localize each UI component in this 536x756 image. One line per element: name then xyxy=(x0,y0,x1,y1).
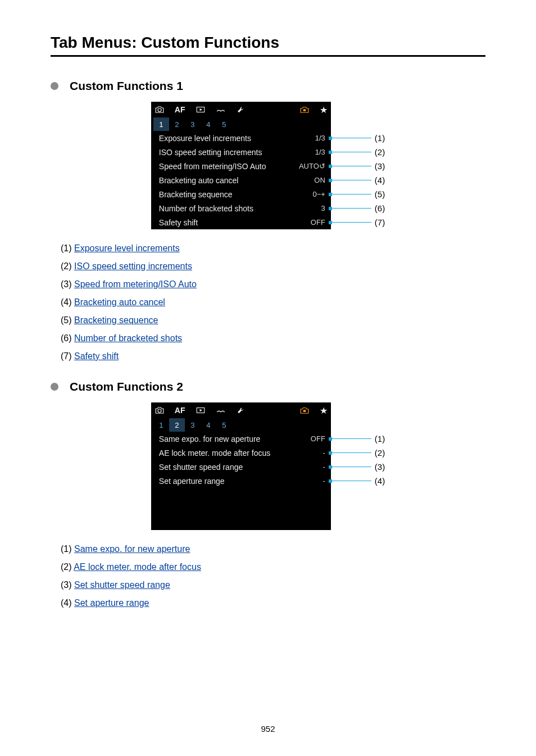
callout-number: (4) xyxy=(375,175,385,185)
reference-link[interactable]: Set aperture range xyxy=(74,598,149,608)
reference-link-row: (3) Set shutter speed range xyxy=(61,576,485,594)
callout: (6) xyxy=(331,201,385,215)
leader-line xyxy=(331,166,371,166)
reference-link-row: (5) Bracketing sequence xyxy=(61,311,485,329)
reference-link[interactable]: Exposure level increments xyxy=(74,243,180,253)
tab-mymenu-icon[interactable]: ★ xyxy=(320,402,328,418)
tab-custom-functions-icon[interactable] xyxy=(299,102,310,117)
callout-number: (3) xyxy=(375,462,385,472)
camera-menu-screen: AF ★ 12345 Exposure level increments 1/3… xyxy=(151,102,331,229)
reference-link[interactable]: Bracketing sequence xyxy=(74,315,158,325)
reference-link-row: (3) Speed from metering/ISO Auto xyxy=(61,275,485,293)
menu-row-value: 3 xyxy=(321,204,325,212)
tab-mymenu-icon[interactable]: ★ xyxy=(320,102,328,117)
subtab-3[interactable]: 3 xyxy=(185,117,201,131)
callout: (7) xyxy=(331,215,385,229)
menu-row[interactable]: AE lock meter. mode after focus - xyxy=(151,446,331,460)
menu-row[interactable]: Bracketing auto cancel ON xyxy=(151,173,331,187)
leader-line xyxy=(331,481,371,481)
subtab-5[interactable]: 5 xyxy=(216,418,232,432)
tab-playback-icon[interactable] xyxy=(196,402,206,418)
page-title: Tab Menus: Custom Functions xyxy=(51,34,485,57)
tab-af[interactable]: AF xyxy=(175,402,185,418)
reference-link[interactable]: Number of bracketed shots xyxy=(74,333,182,343)
menu-row[interactable]: ISO speed setting increments 1/3 xyxy=(151,145,331,159)
menu-row-value: 1/3 xyxy=(315,148,325,156)
figure: AF ★ 12345 Exposure level increments 1/3… xyxy=(151,102,385,229)
menu-row[interactable]: Bracketing sequence 0−+ xyxy=(151,187,331,201)
svg-marker-6 xyxy=(199,409,202,412)
tab-network-icon[interactable] xyxy=(216,102,226,117)
menu-row-value: AUTO↺ xyxy=(299,162,325,170)
bullet-icon xyxy=(51,82,58,90)
subtab-1[interactable]: 1 xyxy=(153,117,169,131)
svg-rect-3 xyxy=(303,109,306,111)
reference-link-row: (1) Exposure level increments xyxy=(61,239,485,257)
callout-number: (6) xyxy=(375,203,385,213)
figure: AF ★ 12345 Same expo. for new aperture O… xyxy=(151,402,385,530)
reference-link[interactable]: AE lock meter. mode after focus xyxy=(74,562,201,572)
menu-row-value: OFF xyxy=(311,218,325,227)
tab-af[interactable]: AF xyxy=(175,102,185,117)
menu-row-value: ON xyxy=(314,176,325,184)
menu-list: Exposure level increments 1/3 ISO speed … xyxy=(151,131,331,229)
menu-sub-tabs: 12345 xyxy=(151,418,331,432)
menu-row-label: Safety shift xyxy=(159,218,198,227)
subtab-4[interactable]: 4 xyxy=(201,117,216,131)
reference-num: (1) xyxy=(61,544,72,554)
page-number: 952 xyxy=(0,724,536,734)
leader-line xyxy=(331,452,371,453)
tab-custom-functions-icon[interactable] xyxy=(299,402,310,418)
callout-number: (3) xyxy=(375,161,385,171)
section-header: Custom Functions 1 xyxy=(51,79,485,93)
camera-menu-screen: AF ★ 12345 Same expo. for new aperture O… xyxy=(151,402,331,530)
menu-row[interactable]: Safety shift OFF xyxy=(151,215,331,229)
reference-num: (6) xyxy=(61,333,72,343)
reference-num: (5) xyxy=(61,315,72,325)
callout-number: (2) xyxy=(375,448,385,458)
reference-link[interactable]: Set shutter speed range xyxy=(74,580,170,590)
subtab-4[interactable]: 4 xyxy=(201,418,216,432)
menu-row-empty xyxy=(151,502,331,516)
tab-network-icon[interactable] xyxy=(216,402,226,418)
menu-list: Same expo. for new aperture OFF AE lock … xyxy=(151,432,331,530)
tab-shoot-icon[interactable] xyxy=(155,102,165,117)
menu-row[interactable]: Set shutter speed range - xyxy=(151,460,331,474)
subtab-3[interactable]: 3 xyxy=(185,418,201,432)
callout: (3) xyxy=(331,460,385,474)
menu-row[interactable]: Speed from metering/ISO Auto AUTO↺ xyxy=(151,159,331,173)
reference-link[interactable]: Speed from metering/ISO Auto xyxy=(74,279,197,289)
menu-row[interactable]: Exposure level increments 1/3 xyxy=(151,131,331,145)
tab-setup-icon[interactable] xyxy=(236,402,246,418)
subtab-1[interactable]: 1 xyxy=(153,418,169,432)
reference-link[interactable]: Same expo. for new aperture xyxy=(74,544,190,554)
subtab-2[interactable]: 2 xyxy=(169,418,185,432)
menu-row-label: Speed from metering/ISO Auto xyxy=(159,162,266,171)
reference-link-row: (4) Bracketing auto cancel xyxy=(61,293,485,311)
subtab-2[interactable]: 2 xyxy=(169,117,185,131)
tab-playback-icon[interactable] xyxy=(196,102,206,117)
reference-num: (3) xyxy=(61,580,72,590)
tab-setup-icon[interactable] xyxy=(236,102,246,117)
reference-links: (1) Same expo. for new aperture(2) AE lo… xyxy=(61,540,485,612)
reference-links: (1) Exposure level increments(2) ISO spe… xyxy=(61,239,485,365)
subtab-5[interactable]: 5 xyxy=(216,117,232,131)
reference-link[interactable]: Safety shift xyxy=(74,351,119,361)
callout-number: (4) xyxy=(375,476,385,486)
reference-link-row: (2) AE lock meter. mode after focus xyxy=(61,558,485,576)
section-title: Custom Functions 2 xyxy=(70,380,183,393)
reference-link[interactable]: Bracketing auto cancel xyxy=(74,297,165,307)
menu-row-label: Same expo. for new aperture xyxy=(159,434,261,443)
callouts: (1)(2)(3)(4) xyxy=(331,402,385,488)
menu-row-label: AE lock meter. mode after focus xyxy=(159,449,270,458)
reference-num: (3) xyxy=(61,279,72,289)
leader-line xyxy=(331,180,371,180)
callout: (2) xyxy=(331,145,385,159)
menu-row[interactable]: Set aperture range - xyxy=(151,474,331,488)
leader-line xyxy=(331,467,371,467)
reference-link[interactable]: ISO speed setting increments xyxy=(74,261,192,271)
menu-row[interactable]: Number of bracketed shots 3 xyxy=(151,201,331,215)
menu-row[interactable]: Same expo. for new aperture OFF xyxy=(151,432,331,446)
tab-shoot-icon[interactable] xyxy=(155,402,165,418)
leader-line xyxy=(331,438,371,439)
